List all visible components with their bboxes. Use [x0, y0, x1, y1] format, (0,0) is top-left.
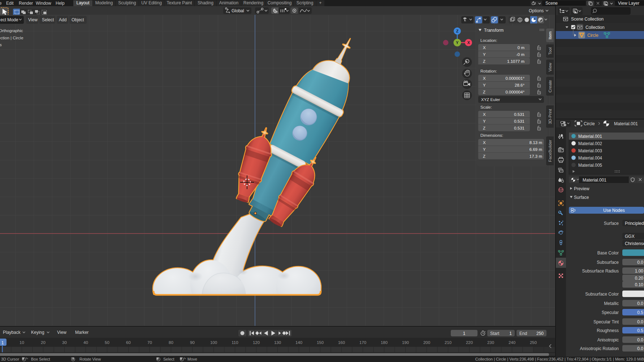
svg-text:Material.002: Material.002 [578, 141, 602, 146]
svg-text:X: X [467, 40, 470, 45]
svg-text:250: 250 [530, 340, 537, 345]
svg-text:Add: Add [59, 17, 66, 22]
svg-text:20: 20 [41, 340, 46, 345]
svg-text:Move: Move [187, 357, 197, 361]
svg-text:30: 30 [62, 340, 67, 345]
svg-text:X: X [483, 140, 486, 145]
svg-text:Base Color: Base Color [597, 250, 619, 256]
svg-text:llection | Circle: llection | Circle [0, 36, 23, 40]
svg-text:90: 90 [190, 340, 195, 345]
svg-text:Options: Options [529, 8, 544, 13]
svg-text:0.5: 0.5 [637, 310, 643, 315]
svg-text:Anisotropic: Anisotropic [597, 337, 619, 343]
svg-text:80: 80 [169, 340, 173, 345]
svg-text:Playback: Playback [3, 330, 21, 335]
svg-text:Rotation:: Rotation: [480, 69, 497, 73]
svg-text:Specular: Specular [602, 310, 619, 315]
svg-text:60: 60 [126, 340, 131, 345]
svg-text:Z: Z [456, 29, 459, 33]
svg-text:Select: Select [163, 357, 174, 361]
svg-text:GGX: GGX [625, 234, 635, 239]
svg-text:Surface: Surface [604, 221, 619, 226]
svg-text:View: View [548, 62, 552, 71]
svg-text:Anisotropic Rotation: Anisotropic Rotation [580, 346, 619, 351]
svg-text:Material.001: Material.001 [578, 134, 602, 139]
svg-text:1.00: 1.00 [635, 269, 644, 274]
svg-text:0.531: 0.531 [514, 126, 524, 130]
svg-text:Subsurface: Subsurface [597, 260, 619, 265]
svg-text:Collection: Collection [585, 25, 605, 30]
svg-text:120: 120 [253, 340, 260, 345]
svg-text:170: 170 [359, 340, 366, 345]
svg-text:Location:: Location: [480, 38, 497, 43]
svg-text:Material.001: Material.001 [614, 121, 638, 126]
svg-text:0.0: 0.0 [637, 337, 643, 343]
svg-text:s: s [0, 43, 2, 47]
svg-text:Subsurface Radius: Subsurface Radius [582, 269, 619, 274]
svg-text:Create: Create [548, 80, 552, 93]
svg-text:Collection | Circle | Verts:23: Collection | Circle | Verts:236,498 | Fa… [475, 357, 644, 361]
svg-text:0.5: 0.5 [637, 328, 643, 333]
svg-text:210: 210 [445, 340, 451, 345]
svg-text:0.0: 0.0 [637, 346, 643, 351]
svg-text:0.20: 0.20 [635, 276, 644, 281]
svg-text:Material.004: Material.004 [578, 156, 602, 161]
svg-text:FaceBuilder: FaceBuilder [548, 140, 552, 162]
svg-text:100: 100 [210, 340, 217, 345]
svg-text:1: 1 [509, 331, 512, 336]
svg-text:X: X [483, 45, 486, 50]
svg-text:Select: Select [42, 17, 54, 22]
svg-text:Scale:: Scale: [480, 105, 492, 109]
svg-text:Item: Item [548, 31, 552, 39]
svg-text:130: 130 [274, 340, 281, 345]
svg-text:0.10: 0.10 [635, 282, 644, 287]
svg-text:140: 140 [295, 340, 302, 345]
svg-text:Surface: Surface [574, 195, 589, 200]
svg-text:Global: Global [232, 8, 244, 13]
svg-text:160: 160 [338, 340, 345, 345]
svg-text:Scene Collection: Scene Collection [571, 17, 604, 22]
svg-text:Material.003: Material.003 [578, 148, 602, 153]
svg-text:17.3 m: 17.3 m [530, 154, 542, 158]
svg-text:X: X [483, 112, 486, 117]
svg-text:0 m: 0 m [518, 45, 524, 50]
svg-text:0.531: 0.531 [514, 119, 524, 123]
svg-text:Keying: Keying [31, 330, 44, 335]
svg-text:180: 180 [381, 340, 388, 345]
svg-text:Preview: Preview [574, 186, 589, 191]
svg-text:0.0: 0.0 [637, 260, 643, 265]
svg-text:-0 m: -0 m [516, 52, 524, 57]
svg-text:0.0: 0.0 [637, 319, 643, 324]
svg-text:Z: Z [483, 154, 485, 158]
svg-text:Box Select: Box Select [31, 357, 50, 361]
svg-text:200: 200 [423, 340, 430, 345]
svg-text:110: 110 [232, 340, 238, 345]
svg-text:Z: Z [483, 59, 485, 64]
svg-text:230: 230 [487, 340, 494, 345]
svg-text:Y: Y [483, 52, 486, 57]
svg-text:Specular Tint: Specular Tint [593, 319, 619, 324]
svg-text:190: 190 [402, 340, 409, 345]
svg-text:Z: Z [483, 90, 485, 94]
svg-text:Circle: Circle [584, 121, 595, 126]
svg-text:Material.005: Material.005 [578, 163, 602, 168]
svg-text:40: 40 [83, 340, 88, 345]
svg-text:3D-Print: 3D-Print [548, 109, 552, 124]
svg-text:150: 150 [317, 340, 324, 345]
svg-text:10: 10 [20, 340, 24, 345]
svg-text:Metallic: Metallic [604, 301, 619, 306]
svg-text:Start: Start [490, 331, 500, 336]
svg-text:0.0: 0.0 [637, 301, 643, 306]
svg-text:ect Mode: ect Mode [0, 17, 18, 22]
svg-text:8.13 m: 8.13 m [530, 140, 542, 145]
svg-text:28.6°: 28.6° [515, 83, 524, 87]
svg-text:240: 240 [509, 340, 515, 345]
svg-text:Y: Y [483, 83, 486, 87]
svg-text:Rotate View: Rotate View [79, 357, 101, 361]
svg-text:250: 250 [536, 331, 544, 336]
svg-text:Principled B: Principled B [625, 221, 644, 226]
svg-text:View: View [28, 17, 38, 22]
svg-text:Tool: Tool [548, 47, 552, 55]
svg-text:0.000004°: 0.000004° [505, 90, 524, 94]
svg-text:Z: Z [483, 126, 485, 130]
